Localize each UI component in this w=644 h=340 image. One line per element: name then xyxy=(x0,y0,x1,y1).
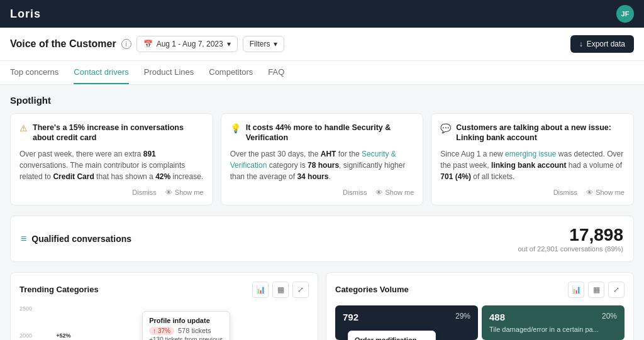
app-header: Loris JF xyxy=(0,0,644,28)
user-avatar[interactable]: JF xyxy=(616,5,634,23)
card-body-1: Over past week, there were an extra 891 … xyxy=(19,148,204,182)
card-title-2: It costs 44% more to handle Security & V… xyxy=(246,123,414,143)
spotlight-card-2: 💡 It costs 44% more to handle Security &… xyxy=(221,113,424,206)
bar-chart-area: +52% +41% xyxy=(19,305,309,341)
tooltip-tickets: 578 tickets xyxy=(178,327,211,334)
spotlight-card-3: 💬 Customers are talking about a new issu… xyxy=(431,113,634,206)
alert-icon: ⚠ xyxy=(19,123,28,133)
bar-tooltip: Profile info update ↑ 37% 578 tickets +1… xyxy=(142,311,230,341)
filter-label: Filters xyxy=(250,40,270,48)
qual-right: 17,898 out of 22,901 conversations (89%) xyxy=(518,225,623,253)
tab-top-concerns[interactable]: Top concerns xyxy=(10,61,58,84)
nav-tabs: Top concerns Contact drivers Product Lin… xyxy=(0,61,644,85)
chat-icon: 💬 xyxy=(440,123,451,133)
tooltip-title: Profile info update xyxy=(149,317,223,324)
vol-pct-1: 29% xyxy=(455,312,470,321)
export-label: Export data xyxy=(587,40,625,48)
volume-cell-2: 488 20% Tile damaged/error in a certain … xyxy=(482,305,625,340)
volume-cell-1: 792 29% Order modification ↑ 10% 792 tic… xyxy=(335,305,478,340)
app-logo: Loris xyxy=(10,8,41,21)
volume-tooltip: Order modification ↑ 10% 792 tickets 29%… xyxy=(348,331,436,341)
card-title-3: Customers are talking about a new issue:… xyxy=(456,123,625,143)
chart-controls-trending: 📊 ▦ ⤢ xyxy=(252,282,309,298)
dismiss-button-2[interactable]: Dismiss xyxy=(343,189,367,196)
spotlight-cards: ⚠ There's a 15% increase in conversation… xyxy=(10,113,634,206)
chart-header-volume: Categories Volume 📊 ▦ ⤢ xyxy=(335,282,625,298)
date-range-label: Aug 1 - Aug 7, 2023 xyxy=(157,40,223,48)
show-me-button-1[interactable]: 👁 Show me xyxy=(165,189,204,196)
table-view-button[interactable]: ▦ xyxy=(272,282,289,298)
show-me-button-2[interactable]: 👁 Show me xyxy=(375,189,414,196)
date-picker-button[interactable]: 📅 Aug 1 - Aug 7, 2023 ▾ xyxy=(136,36,238,52)
card-header-1: ⚠ There's a 15% increase in conversation… xyxy=(19,123,204,143)
filters-button[interactable]: Filters ▾ xyxy=(243,36,285,52)
card-body-3: Since Aug 1 a new emerging issue was det… xyxy=(440,148,625,182)
bar-chart-view-button-vol[interactable]: 📊 xyxy=(568,282,584,298)
tab-product-lines[interactable]: Product Lines xyxy=(144,61,194,84)
download-icon: ↓ xyxy=(579,40,583,48)
bar-chart-view-button[interactable]: 📊 xyxy=(252,282,269,298)
card-header-2: 💡 It costs 44% more to handle Security &… xyxy=(230,123,414,143)
vol-number-2: 488 xyxy=(489,312,505,322)
eye-icon: 👁 xyxy=(165,189,172,196)
dismiss-button-1[interactable]: Dismiss xyxy=(132,189,157,196)
vol-cell-top-2: 488 20% xyxy=(489,312,617,322)
chevron-icon: ▾ xyxy=(227,40,231,48)
card-footer-1: Dismiss 👁 Show me xyxy=(19,189,204,196)
vol-pct-2: 20% xyxy=(602,312,617,321)
qual-icon: ≡ xyxy=(21,233,26,244)
export-button[interactable]: ↓ Export data xyxy=(570,35,634,53)
expand-button-vol[interactable]: ⤢ xyxy=(608,282,625,298)
eye-icon: 👁 xyxy=(586,189,593,196)
bulb-icon: 💡 xyxy=(230,123,241,133)
tooltip-sub: +130 tickets from previous period xyxy=(149,336,223,341)
qualified-count: 17,898 xyxy=(518,225,623,245)
vol-number-1: 792 xyxy=(343,312,358,322)
bar-percent-1: +52% xyxy=(56,332,70,339)
dismiss-button-3[interactable]: Dismiss xyxy=(553,189,578,196)
tab-contact-drivers[interactable]: Contact drivers xyxy=(74,61,128,84)
spotlight-card-1: ⚠ There's a 15% increase in conversation… xyxy=(10,113,213,206)
eye-icon: 👁 xyxy=(375,189,382,196)
trending-categories-card: Trending Categories 📊 ▦ ⤢ +52% xyxy=(10,272,318,341)
tab-competitors[interactable]: Competitors xyxy=(209,61,253,84)
chart-title-volume: Categories Volume xyxy=(335,285,409,294)
expand-button[interactable]: ⤢ xyxy=(292,282,309,298)
spotlight-title: Spotlight xyxy=(10,95,634,106)
card-header-3: 💬 Customers are talking about a new issu… xyxy=(440,123,625,143)
tooltip-badge: ↑ 37% xyxy=(149,327,174,335)
chart-header-trending: Trending Categories 📊 ▦ ⤢ xyxy=(19,282,309,298)
tab-faq[interactable]: FAQ xyxy=(268,61,284,84)
charts-row: Trending Categories 📊 ▦ ⤢ +52% xyxy=(10,272,634,341)
table-view-button-vol[interactable]: ▦ xyxy=(588,282,604,298)
info-icon[interactable]: i xyxy=(121,39,131,49)
card-footer-3: Dismiss 👁 Show me xyxy=(440,189,625,196)
show-me-button-3[interactable]: 👁 Show me xyxy=(586,189,625,196)
qual-left: ≡ Qualified conversations xyxy=(21,233,131,244)
page-title: Voice of the Customer xyxy=(10,38,116,50)
volume-grid: 792 29% Order modification ↑ 10% 792 tic… xyxy=(335,305,625,341)
card-title-1: There's a 15% increase in conversations … xyxy=(33,123,204,143)
categories-volume-card: Categories Volume 📊 ▦ ⤢ 792 29% Order m xyxy=(326,272,634,341)
y-label-2000: 2000 xyxy=(19,332,32,339)
chart-title-trending: Trending Categories xyxy=(19,285,99,294)
qualified-sub: out of 22,901 conversations (89%) xyxy=(518,245,623,253)
card-footer-2: Dismiss 👁 Show me xyxy=(230,189,414,196)
calendar-icon: 📅 xyxy=(143,40,153,48)
chevron-icon: ▾ xyxy=(274,40,277,48)
main-content: Spotlight ⚠ There's a 15% increase in co… xyxy=(0,85,644,340)
vol-label-2: Tile damaged/error in a certain pa... xyxy=(489,325,617,334)
vol-cell-top-1: 792 29% xyxy=(343,312,470,322)
title-bar: Voice of the Customer i 📅 Aug 1 - Aug 7,… xyxy=(0,28,644,61)
title-bar-left: Voice of the Customer i 📅 Aug 1 - Aug 7,… xyxy=(10,36,284,52)
y-label-2500: 2500 xyxy=(19,305,32,312)
chart-controls-volume: 📊 ▦ ⤢ xyxy=(568,282,625,298)
qualified-conversations-section: ≡ Qualified conversations 17,898 out of … xyxy=(10,216,634,262)
vol-tooltip-title: Order modification xyxy=(355,336,429,341)
card-body-2: Over the past 30 days, the AHT for the S… xyxy=(230,148,414,182)
qual-title: Qualified conversations xyxy=(31,234,131,244)
